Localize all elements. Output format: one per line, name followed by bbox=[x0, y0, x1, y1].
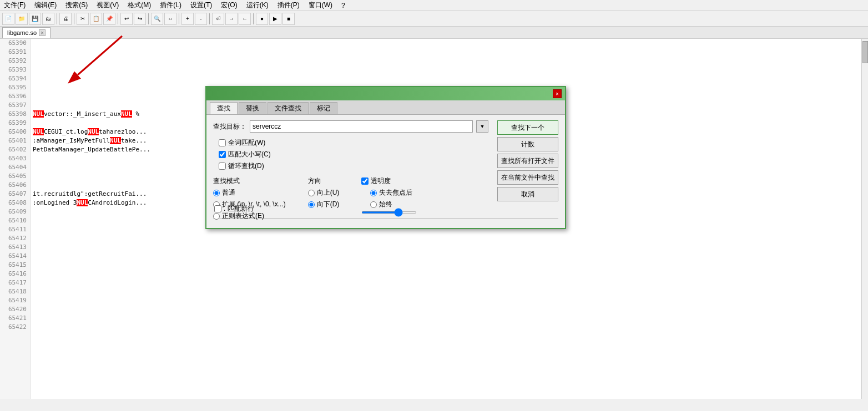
dialog-overlay: × 查找 替换 文件查找 标记 查找目标： ▼ bbox=[0, 0, 868, 411]
dir-down-label: 向下(D) bbox=[317, 200, 340, 209]
transparency-section: 透明度 失去焦点后 始终 bbox=[361, 176, 417, 221]
dialog-titlebar: × bbox=[206, 87, 565, 100]
find-next-button[interactable]: 查找下一个 bbox=[497, 120, 558, 135]
mode-regex-radio[interactable] bbox=[213, 213, 220, 220]
loop-label: 循环查找(D) bbox=[228, 161, 264, 171]
match-case-checkbox[interactable] bbox=[219, 151, 226, 158]
transparency-checkbox[interactable] bbox=[361, 177, 369, 185]
search-dropdown-btn[interactable]: ▼ bbox=[476, 120, 488, 133]
direction-section: 方向 向上(U) 向下(D) bbox=[308, 176, 340, 221]
search-target-row: 查找目标： ▼ bbox=[213, 120, 488, 133]
svg-line-1 bbox=[78, 36, 122, 75]
search-dialog: × 查找 替换 文件查找 标记 查找目标： ▼ bbox=[205, 86, 566, 229]
search-label: 查找目标： bbox=[213, 122, 246, 131]
transparency-slider[interactable] bbox=[361, 211, 417, 214]
search-mode-title: 查找模式 bbox=[213, 176, 286, 186]
dir-down-row: 向下(D) bbox=[308, 200, 340, 209]
trans-blur-label: 失去焦点后 bbox=[379, 188, 412, 197]
match-case-row: 匹配大小写(C) bbox=[219, 150, 488, 159]
whole-word-label: 全词匹配(W) bbox=[228, 138, 265, 148]
trans-always-radio[interactable] bbox=[370, 201, 377, 208]
transparency-title: 透明度 bbox=[371, 176, 391, 186]
newline-checkbox[interactable] bbox=[214, 205, 221, 212]
cancel-button[interactable]: 取消 bbox=[497, 187, 558, 201]
match-case-label: 匹配大小写(C) bbox=[228, 150, 271, 159]
direction-title: 方向 bbox=[308, 176, 340, 186]
search-mode-section: 查找模式 普通 扩展 (\n, \r, \t, \0, \x...) bbox=[213, 176, 286, 221]
mode-normal-radio[interactable] bbox=[213, 190, 220, 196]
dialog-buttons: 查找下一个 计数 查找所有打开文件 在当前文件中查找 取消 bbox=[497, 120, 558, 214]
dialog-tab-file-find[interactable]: 文件查找 bbox=[268, 102, 309, 114]
arrow-indicator bbox=[67, 33, 133, 90]
mode-normal-label: 普通 bbox=[222, 188, 235, 197]
search-input[interactable] bbox=[250, 120, 473, 133]
count-button[interactable]: 计数 bbox=[497, 137, 558, 151]
dir-down-radio[interactable] bbox=[308, 201, 315, 208]
whole-word-checkbox[interactable] bbox=[219, 139, 226, 146]
dialog-close-button[interactable]: × bbox=[553, 89, 562, 98]
dialog-tab-mark[interactable]: 标记 bbox=[310, 102, 337, 114]
transparency-radios: 失去焦点后 始终 bbox=[370, 188, 417, 209]
dialog-tab-replace[interactable]: 替换 bbox=[239, 102, 266, 114]
trans-blur-radio[interactable] bbox=[370, 190, 377, 196]
direction-radios: 向上(U) 向下(D) bbox=[308, 188, 340, 209]
dialog-tabs: 查找 替换 文件查找 标记 bbox=[206, 100, 565, 115]
find-in-current-button[interactable]: 在当前文件中查找 bbox=[497, 170, 558, 185]
dir-up-label: 向上(U) bbox=[317, 188, 340, 197]
loop-checkbox[interactable] bbox=[219, 163, 226, 170]
dialog-body: 查找目标： ▼ 全词匹配(W) 匹配大小写(C) bbox=[206, 115, 565, 228]
transparency-slider-row bbox=[361, 211, 417, 214]
find-all-open-button[interactable]: 查找所有打开文件 bbox=[497, 154, 558, 168]
dir-up-radio[interactable] bbox=[308, 190, 315, 196]
loop-row: 循环查找(D) bbox=[219, 161, 488, 171]
newline-label: . 匹配新行 bbox=[224, 204, 254, 214]
trans-blur-row: 失去焦点后 bbox=[370, 188, 417, 197]
dialog-tab-find[interactable]: 查找 bbox=[210, 102, 238, 114]
mode-normal-row: 普通 bbox=[213, 188, 286, 197]
transparency-header-row: 透明度 bbox=[361, 176, 417, 186]
dir-up-row: 向上(U) bbox=[308, 188, 340, 197]
whole-word-row: 全词匹配(W) bbox=[219, 138, 488, 148]
